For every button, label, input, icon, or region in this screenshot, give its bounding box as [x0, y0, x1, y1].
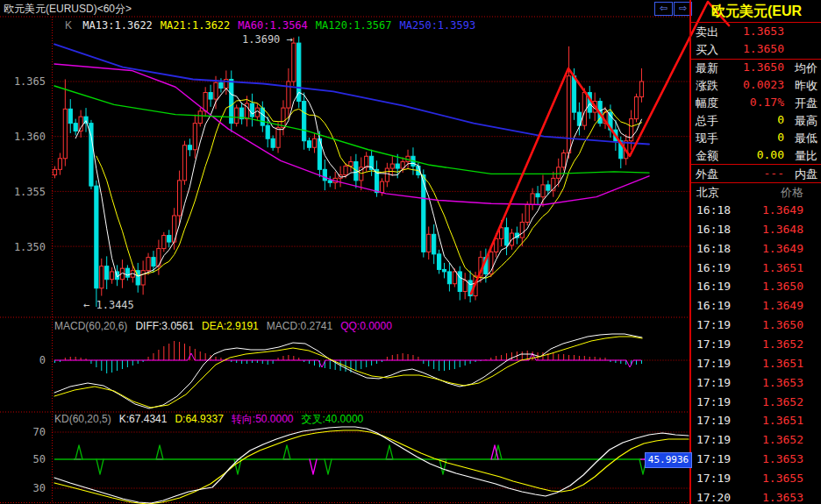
ma-indicator-header: K MA13:1.3622MA21:1.3622MA60:1.3564MA120… [65, 19, 491, 32]
tick-row[interactable]: 16:181.3649 [691, 203, 821, 221]
ma-value: MA120:1.3567 [316, 19, 392, 32]
quote-row-label2: 最高 [795, 113, 817, 129]
arrow-right-icon: → [287, 33, 293, 46]
quote-row-value: 1.3650 [743, 42, 784, 55]
kd-axis-label: 50 [7, 453, 46, 465]
tick-row[interactable]: 16:191.3650 [691, 280, 821, 297]
tick-row[interactable]: 17:191.3652 [691, 337, 821, 355]
quote-row-value: 0 [777, 131, 784, 144]
indicator-value: QQ:0.0000 [340, 320, 392, 332]
tick-row[interactable]: 17:191.3650 [691, 318, 821, 336]
tick-time: 16:19 [696, 280, 731, 293]
tick-price: 1.3650 [762, 318, 803, 331]
tick-time: 17:19 [696, 472, 731, 485]
quote-row: 最新1.3650均价 [691, 60, 821, 78]
tick-time: 16:18 [696, 203, 731, 217]
quote-row: 现手0最低 [691, 131, 821, 148]
tick-time: 16:19 [696, 261, 731, 274]
tick-row[interactable]: 17:191.3651 [691, 414, 821, 431]
tick-row[interactable]: 17:201.3653 [691, 491, 821, 504]
tick-price: 1.3649 [762, 203, 803, 217]
divider [691, 164, 821, 165]
macd-indicator-header: MACD(60,20,6)DIFF:3.0561DEA:2.9191MACD:0… [54, 320, 400, 332]
tick-time: 17:19 [696, 433, 731, 446]
tick-row[interactable]: 17:191.3652 [691, 433, 821, 451]
quote-row: 卖出1.3653 [691, 25, 821, 42]
quote-row-value: 0.0023 [743, 78, 784, 91]
quote-row-value: 0.17% [750, 96, 784, 109]
tick-row[interactable]: 16:191.3651 [691, 261, 821, 279]
tick-price: 1.3653 [762, 452, 803, 465]
quote-row-value: --- [764, 167, 784, 180]
tick-price: 1.3650 [762, 280, 803, 293]
quote-panel-title: 欧元美元(EUR [711, 3, 802, 21]
tick-row[interactable]: 17:191.3653 [691, 376, 821, 394]
divider [691, 59, 821, 60]
price-axis-label: 1.355 [7, 186, 46, 198]
kd-axis-label: 30 [7, 482, 46, 494]
low-price-annotation: ← 1.3445 [83, 299, 134, 311]
indicator-value: K:67.4341 [119, 413, 168, 425]
quote-row-label: 现手 [696, 131, 718, 146]
tick-list-header: 北京 价格 [691, 185, 821, 202]
tick-price: 1.3651 [762, 414, 803, 427]
indicator-value: KD(60,20,5) [54, 413, 111, 425]
indicator-value: MACD(60,20,6) [54, 320, 127, 332]
quote-row-value: 1.3653 [743, 25, 784, 38]
tick-time: 17:19 [696, 414, 731, 427]
quote-row-label: 涨跌 [696, 78, 718, 94]
tick-time: 17:19 [696, 357, 731, 370]
tick-row[interactable]: 17:191.3655 [691, 472, 821, 489]
quote-row: 幅度0.17%开盘 [691, 96, 821, 113]
quote-row-label: 买入 [696, 42, 718, 58]
time-column-header: 北京 [696, 185, 719, 201]
tick-row[interactable]: 16:191.3649 [691, 299, 821, 316]
ma-value: MA21:1.3622 [161, 19, 230, 32]
tick-time: 17:19 [696, 337, 731, 351]
quote-row-label2: 开盘 [795, 96, 817, 111]
quote-panel: 欧元美元(EUR 卖出1.3653买入1.3650 最新1.3650均价涨跌0.… [689, 0, 821, 504]
quote-row-label2: 昨收 [795, 78, 817, 94]
tick-time: 17:19 [696, 395, 731, 408]
quote-row-label: 最新 [696, 60, 718, 76]
tick-time: 16:19 [696, 299, 731, 312]
tick-price: 1.3655 [762, 472, 803, 485]
quote-row-label2: 内盘 [795, 167, 817, 182]
tick-price: 1.3648 [762, 223, 803, 236]
low-price-label: 1.3445 [96, 299, 133, 311]
tick-price: 1.3649 [762, 299, 803, 312]
quote-row-label: 金额 [696, 148, 718, 164]
high-price-annotation: 1.3690 → [242, 33, 293, 46]
tick-row[interactable]: 17:191.3653 [691, 452, 821, 470]
indicator-value: 转向:50.0000 [232, 413, 294, 425]
tick-row[interactable]: 16:181.3649 [691, 242, 821, 259]
quote-row: 买入1.3650 [691, 42, 821, 60]
quote-row-label2: 均价 [795, 60, 817, 76]
tick-price: 1.3651 [762, 261, 803, 274]
tick-price: 1.3649 [762, 242, 803, 255]
kd-axis-label: 70 [7, 426, 46, 438]
quote-row: 金额0.00量比 [691, 148, 821, 166]
quote-row-label2: 量比 [795, 148, 817, 164]
tick-price: 1.3653 [762, 376, 803, 389]
indicator-value: MACD:0.2741 [267, 320, 332, 332]
kd-current-value-badge: 45.9936 [645, 452, 692, 468]
tick-time: 17:19 [696, 452, 731, 465]
quote-row: 涨跌0.0023昨收 [691, 78, 821, 96]
quote-row-value: 0.00 [757, 148, 784, 161]
indicator-value: DIFF:3.0561 [135, 320, 194, 332]
tick-price: 1.3651 [762, 357, 803, 370]
quote-row-label: 外盘 [696, 167, 718, 182]
indicator-value: DEA:2.9191 [202, 320, 259, 332]
quote-row: 外盘---内盘 [691, 167, 821, 184]
quote-row-value: 1.3650 [743, 60, 784, 74]
price-column-header: 价格 [781, 185, 803, 201]
divider [691, 182, 821, 183]
tick-price: 1.3652 [762, 433, 803, 446]
tick-row[interactable]: 17:191.3652 [691, 395, 821, 413]
divider [691, 22, 821, 23]
arrow-left-icon: ← [83, 299, 89, 311]
tick-row[interactable]: 17:191.3651 [691, 357, 821, 374]
tick-row[interactable]: 16:181.3648 [691, 223, 821, 240]
ma-value: MA60:1.3564 [238, 19, 307, 32]
